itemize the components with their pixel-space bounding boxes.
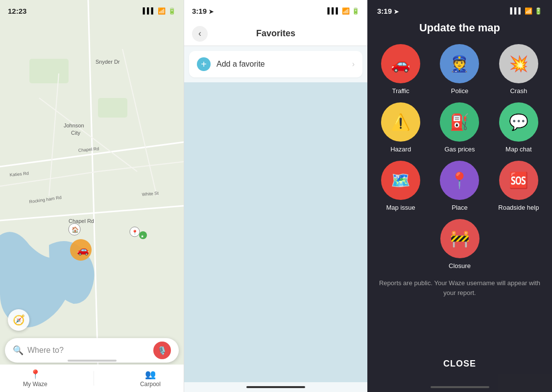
- update-battery-icon: 🔋: [534, 7, 542, 15]
- closure-row: 🚧 Closure: [440, 219, 480, 270]
- fav-wifi-icon: 📶: [342, 7, 350, 15]
- fav-time: 3:19 ➤: [192, 7, 214, 15]
- map-signal-icon: ▌▌▌: [143, 7, 155, 14]
- place-label: Place: [452, 204, 468, 211]
- police-icon-circle: 👮: [440, 44, 479, 83]
- fav-status-bar: 3:19 ➤ ▌▌▌ 📶 🔋: [184, 0, 367, 22]
- my-waze-nav-item[interactable]: 📍 My Waze: [23, 369, 48, 388]
- svg-text:Chapel Rd: Chapel Rd: [69, 218, 94, 224]
- svg-text:Johnson: Johnson: [64, 122, 84, 128]
- my-waze-icon: 📍: [30, 369, 41, 380]
- map-wifi-icon: 📶: [158, 7, 166, 15]
- search-input[interactable]: Where to?: [27, 346, 153, 355]
- compass-icon: 🧭: [13, 314, 25, 326]
- traffic-icon: 🚗: [391, 54, 410, 73]
- police-label: Police: [451, 87, 468, 95]
- hazard-icon: ⚠️: [391, 113, 410, 131]
- map-battery-icon: 🔋: [168, 7, 176, 15]
- hazard-icon-circle: ⚠️: [381, 102, 420, 142]
- closure-icon-circle: 🚧: [440, 219, 480, 258]
- place-icon-circle: 📍: [440, 161, 479, 200]
- update-title: Update the map: [419, 22, 500, 34]
- crash-icon-circle: 💥: [499, 44, 538, 83]
- svg-text:Snyder Dr: Snyder Dr: [96, 59, 120, 65]
- plus-icon: +: [197, 57, 211, 71]
- mapissue-label: Map issue: [386, 204, 415, 211]
- close-button[interactable]: CLOSE: [375, 351, 544, 376]
- roadside-label: Roadside help: [498, 204, 539, 211]
- traffic-item[interactable]: 🚗 Traffic: [375, 44, 426, 95]
- fav-signal-icon: ▌▌▌: [327, 7, 340, 14]
- mic-icon: 🎙️: [157, 346, 167, 355]
- svg-text:★: ★: [141, 234, 144, 239]
- map-status-bar: 12:23 ▌▌▌ 📶 🔋: [0, 0, 184, 22]
- hazard-label: Hazard: [390, 146, 411, 153]
- update-note: Reports are public. Your Waze username w…: [375, 278, 544, 297]
- back-button[interactable]: ‹: [192, 26, 208, 42]
- traffic-icon-circle: 🚗: [381, 44, 420, 83]
- add-favorite-label: Add a favorite: [216, 60, 346, 69]
- crash-item[interactable]: 💥 Crash: [493, 44, 544, 95]
- roadside-item[interactable]: 🆘 Roadside help: [493, 161, 544, 211]
- fav-status-icons: ▌▌▌ 📶 🔋: [327, 7, 360, 15]
- chevron-right-icon: ›: [352, 60, 355, 69]
- fav-location-icon: ➤: [209, 8, 214, 15]
- update-status-bar: 3:19 ➤ ▌▌▌ 📶 🔋: [375, 0, 544, 22]
- carpool-icon: 👥: [145, 369, 156, 380]
- fav-battery-icon: 🔋: [352, 7, 360, 15]
- update-bottom-indicator: [431, 386, 489, 388]
- gas-icon-circle: ⛽: [440, 102, 479, 142]
- crash-icon: 💥: [509, 54, 528, 73]
- update-signal-icon: ▌▌▌: [510, 7, 523, 14]
- update-panel: 3:19 ➤ ▌▌▌ 📶 🔋 Update the map 🚗 Traffic …: [367, 0, 552, 392]
- fav-title: Favorites: [256, 28, 295, 39]
- update-wifi-icon: 📶: [525, 7, 532, 15]
- map-scroll-indicator: [68, 360, 117, 362]
- place-icon: 📍: [450, 171, 469, 190]
- my-waze-label: My Waze: [23, 381, 48, 388]
- back-icon: ‹: [198, 28, 201, 39]
- gas-icon: ⛽: [450, 113, 469, 131]
- place-item[interactable]: 📍 Place: [434, 161, 485, 211]
- mapissue-icon-circle: 🗺️: [381, 161, 420, 200]
- svg-text:📍: 📍: [132, 229, 138, 236]
- closure-label: Closure: [449, 262, 471, 270]
- svg-text:🚗: 🚗: [77, 244, 89, 256]
- map-status-icons: ▌▌▌ 📶 🔋: [143, 7, 176, 15]
- chat-item[interactable]: 💬 Map chat: [493, 102, 544, 153]
- svg-rect-2: [98, 98, 127, 118]
- gas-label: Gas prices: [444, 146, 475, 153]
- roadside-icon-circle: 🆘: [499, 161, 538, 200]
- police-item[interactable]: 👮 Police: [434, 44, 485, 95]
- svg-rect-1: [29, 59, 69, 83]
- map-panel: Rocking ham Rd Chapel Rd White St Katies…: [0, 0, 184, 392]
- map-time: 12:23: [8, 7, 26, 15]
- mapissue-item[interactable]: 🗺️ Map issue: [375, 161, 426, 211]
- police-icon: 👮: [450, 54, 469, 73]
- svg-text:🏠: 🏠: [72, 226, 79, 233]
- mic-button[interactable]: 🎙️: [153, 342, 171, 359]
- chat-icon-circle: 💬: [499, 102, 538, 142]
- update-location-icon: ➤: [394, 8, 399, 15]
- hazard-item[interactable]: ⚠️ Hazard: [375, 102, 426, 153]
- search-bar[interactable]: 🔍 Where to? 🎙️: [5, 338, 179, 363]
- traffic-label: Traffic: [392, 87, 409, 95]
- closure-item[interactable]: 🚧 Closure: [440, 219, 480, 270]
- compass-button[interactable]: 🧭: [8, 309, 29, 331]
- chat-label: Map chat: [505, 146, 531, 153]
- mapissue-icon: 🗺️: [391, 171, 410, 190]
- update-status-icons: ▌▌▌ 📶 🔋: [510, 7, 542, 15]
- search-icon: 🔍: [13, 345, 24, 356]
- carpool-label: Carpool: [140, 381, 161, 388]
- update-items-grid: 🚗 Traffic 👮 Police 💥 Crash ⚠️ Hazard: [375, 44, 544, 211]
- carpool-nav-item[interactable]: 👥 Carpool: [140, 369, 161, 388]
- gas-item[interactable]: ⛽ Gas prices: [434, 102, 485, 153]
- svg-text:City: City: [71, 130, 80, 136]
- closure-icon: 🚧: [450, 229, 470, 248]
- bottom-nav: 📍 My Waze 👥 Carpool: [0, 365, 184, 392]
- fav-header: ‹ Favorites: [184, 22, 367, 46]
- add-favorite-row[interactable]: + Add a favorite ›: [189, 51, 362, 77]
- fav-content-area: [184, 82, 367, 382]
- roadside-icon: 🆘: [509, 171, 528, 190]
- update-time: 3:19 ➤: [377, 7, 399, 15]
